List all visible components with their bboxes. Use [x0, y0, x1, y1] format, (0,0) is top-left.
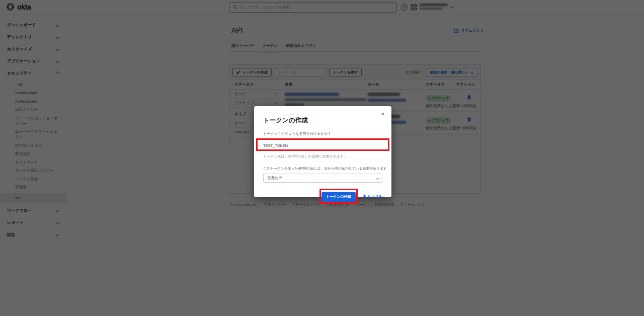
modal-footer: トークンの作成 キャンセル	[263, 189, 382, 204]
token-name-label: トークンにどのような名前を付けますか？	[263, 131, 382, 136]
annotation-box-token-name	[256, 138, 389, 151]
token-origin-select[interactable]: 任意のIP	[263, 174, 382, 183]
token-name-input[interactable]	[258, 142, 388, 149]
create-token-modal: × トークンの作成 トークンにどのような名前を付けますか？ トークン名は、API…	[254, 106, 391, 197]
cancel-button[interactable]: キャンセル	[363, 194, 382, 199]
token-origin-label: このトークンを使ったAPI呼び出しは、次から呼び出されている必要があります	[263, 166, 382, 171]
chevron-down-icon	[376, 177, 379, 179]
modal-create-token-button[interactable]: トークンの作成	[321, 192, 356, 202]
token-name-help-text: トークン名は、API呼び出しの追跡に使用されます。	[263, 154, 382, 159]
modal-title: トークンの作成	[263, 116, 382, 125]
token-origin-selected-value: 任意のIP	[267, 176, 282, 181]
close-icon[interactable]: ×	[379, 109, 386, 119]
annotation-box-create-button: トークンの作成	[319, 189, 358, 204]
